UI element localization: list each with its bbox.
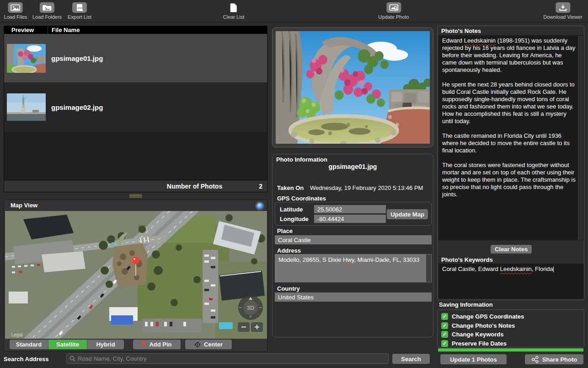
keywords-text: Coral Castle, Edward [442, 265, 500, 272]
map-tracking-button[interactable] [255, 201, 264, 211]
photo-notes-textarea[interactable]: Edward Leedskainin (1898-1951) was sudde… [438, 35, 584, 240]
longitude-label: Longitude [280, 216, 309, 222]
load-folders-label: Load Folders [32, 14, 62, 20]
svg-text:csv: csv [77, 6, 82, 9]
map-mode-segmented-control: Standard Satellite Hybrid [10, 340, 124, 349]
country-input[interactable]: United States [275, 292, 432, 302]
longitude-input[interactable]: -80.44424 [314, 215, 386, 223]
file-list-panel: Preview File Name gpsimage01.jpg gpsimag… [4, 26, 267, 192]
map-zoom-out-button [238, 322, 250, 332]
notes-text: Edward [442, 37, 464, 44]
update-photo-button[interactable]: Update Photo [378, 2, 409, 20]
add-pin-button[interactable]: Add Pin [133, 340, 181, 349]
search-button[interactable]: Search [392, 354, 430, 364]
column-header-file-name[interactable]: File Name [48, 27, 267, 33]
load-files-label: Load Files [4, 14, 27, 20]
download-viewer-button[interactable]: Download Viewer [543, 2, 582, 20]
address-label: Address [277, 247, 301, 254]
download-viewer-label: Download Viewer [543, 14, 582, 20]
photo-keywords-textarea[interactable]: Coral Castle, Edward Leedskainin, Florid… [438, 264, 584, 299]
notes-scrollbar[interactable] [578, 36, 583, 240]
map-mode-hybrid[interactable]: Hybrid [87, 340, 124, 349]
map-mode-standard[interactable]: Standard [10, 340, 48, 349]
center-label: Center [204, 341, 223, 348]
update-map-button[interactable]: Update Map [387, 209, 428, 219]
photo-notes-panel: Photo's Notes Edward Leedskainin (1898-1… [437, 26, 584, 300]
update-photo-label: Update Photo [378, 14, 409, 20]
download-viewer-icon [556, 2, 570, 13]
address-textarea[interactable]: Modello, 28655, S Dixie Hwy, Miami-Dade,… [275, 254, 432, 282]
file-row[interactable]: gpsimage02.jpg [4, 82, 267, 132]
photo-keywords-title: Photo's Keywords [441, 256, 493, 263]
search-address-label: Search Address [4, 356, 49, 363]
notes-text: (1898-1951) was suddenly rejected by his… [442, 37, 577, 198]
checkbox-row[interactable]: ✓ Change Photo's Notes [441, 321, 584, 330]
center-button[interactable]: Center [185, 340, 232, 349]
photo-information-file-name: gpsimage01.jpg [273, 163, 433, 170]
text-cursor [553, 266, 554, 272]
checkbox-label: Change Keywords [452, 331, 503, 338]
saving-options-box: ✓ Change GPS Coordinates ✓ Change Photo'… [437, 309, 584, 347]
clear-list-icon [226, 2, 241, 13]
file-name: gpsimage02.jpg [51, 103, 103, 111]
file-list-header: Preview File Name [4, 26, 267, 34]
checkbox-checked-icon: ✓ [441, 331, 448, 338]
clear-notes-button[interactable]: Clear Notes [491, 245, 532, 254]
checkbox-row[interactable]: ✓ Preserve File Dates [441, 339, 584, 348]
clear-list-button[interactable]: Clear List [223, 2, 244, 20]
place-input[interactable]: Coral Castle [275, 235, 432, 244]
thumbnail-coral-castle [7, 44, 46, 73]
save-progress-bar [438, 348, 583, 352]
photo-preview-panel [272, 27, 433, 147]
checkbox-label: Change GPS Coordinates [452, 313, 524, 320]
checkbox-row[interactable]: ✓ Change GPS Coordinates [441, 312, 584, 321]
address-text: , Miami-Dade, FL, 33033 [354, 256, 419, 263]
map-mode-satellite[interactable]: Satellite [48, 340, 87, 349]
map-zoom-in-button [251, 322, 263, 332]
gps-coordinates-box: Latitude 25.50062 Longitude -80.44424 Up… [275, 202, 432, 226]
country-label: Country [277, 285, 300, 292]
file-row-selected[interactable]: gpsimage01.jpg [4, 34, 267, 82]
map-controls: Standard Satellite Hybrid Add Pin Center [4, 338, 267, 351]
map-legal-link: Legal [11, 332, 22, 337]
export-list-icon: csv [72, 2, 87, 13]
add-pin-label: Add Pin [149, 341, 171, 348]
map-satellite-image[interactable]: 3D Legal [5, 211, 267, 339]
export-list-button[interactable]: csv Export List [68, 2, 91, 20]
globe-icon [257, 203, 263, 210]
map-view-title: Map View [11, 202, 37, 209]
thumbnail-statue-of-liberty [7, 93, 46, 121]
load-folders-button[interactable]: Load Folders [32, 2, 62, 20]
checkbox-label: Change Photo's Notes [452, 322, 515, 329]
search-icon [69, 356, 75, 362]
column-header-preview[interactable]: Preview [4, 27, 48, 33]
latitude-input[interactable]: 25.50062 [314, 205, 386, 213]
search-address-input[interactable]: Road Name, City, Country [66, 353, 389, 364]
checkbox-row[interactable]: ✓ Change Keywords [441, 330, 584, 339]
export-list-label: Export List [68, 14, 91, 20]
app-window: Load Files Load Folders csv Export List … [0, 0, 588, 368]
gps-coordinates-label: GPS Coordinates [277, 195, 326, 202]
saving-information-title: Saving Information [439, 301, 493, 308]
address-text: Modello, 28655, S Dixie [278, 256, 343, 263]
clear-list-label: Clear List [223, 14, 244, 20]
address-scrollbar[interactable] [426, 254, 431, 282]
checkbox-label: Preserve File Dates [452, 340, 507, 347]
search-placeholder: Road Name, City, Country [78, 355, 147, 362]
share-photo-button[interactable]: Share Photo [525, 354, 583, 364]
map-3d-control: 3D [238, 295, 263, 320]
address-misspelled-word: Hwy [343, 256, 354, 263]
map-view-panel: Map View [4, 200, 267, 352]
latitude-label: Latitude [280, 206, 303, 213]
photo-information-title: Photo Information [276, 156, 327, 163]
pin-icon [142, 341, 146, 348]
update-photo-icon [386, 2, 401, 13]
update-photos-button[interactable]: Update 1 Photos [440, 354, 507, 364]
taken-on-label: Taken On [277, 184, 304, 191]
share-icon [531, 356, 539, 363]
panel-splitter[interactable] [4, 192, 267, 200]
notes-misspelled-word: Leedskainin [464, 37, 496, 44]
photo-preview-image[interactable] [276, 31, 430, 144]
load-files-button[interactable]: Load Files [4, 2, 27, 20]
share-photo-label: Share Photo [542, 356, 577, 363]
